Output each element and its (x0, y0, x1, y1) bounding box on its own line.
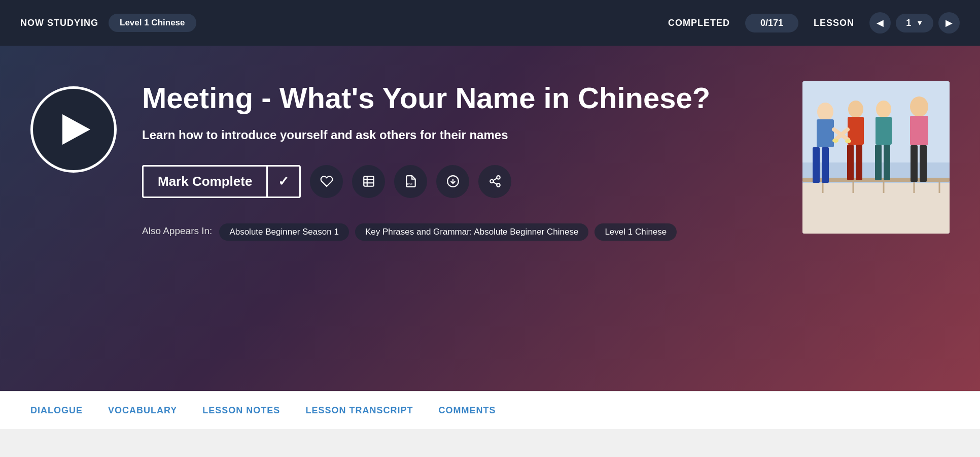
svg-text:PDF: PDF (407, 183, 413, 186)
svg-rect-24 (822, 147, 829, 183)
svg-point-39 (845, 139, 851, 143)
play-button[interactable] (30, 86, 117, 173)
tag-badge-1[interactable]: Key Phrases and Grammar: Absolute Beginn… (355, 223, 589, 241)
svg-rect-32 (884, 145, 890, 180)
svg-point-9 (497, 184, 500, 187)
top-navigation-bar: NOW STUDYING Level 1 Chinese COMPLETED 0… (0, 0, 980, 46)
svg-rect-31 (875, 145, 882, 180)
now-studying-label: NOW STUDYING (20, 18, 98, 28)
hero-actions: Mark Complete ✓ PDF (142, 165, 777, 198)
notes-button[interactable] (352, 165, 385, 198)
svg-rect-36 (920, 145, 927, 182)
svg-rect-23 (813, 147, 820, 183)
svg-rect-14 (802, 183, 950, 234)
tabs-bar: DIALOGUE VOCABULARY LESSON NOTES LESSON … (0, 391, 980, 429)
svg-rect-30 (876, 117, 892, 145)
tab-vocabulary[interactable]: VOCABULARY (108, 401, 177, 420)
svg-rect-28 (856, 145, 862, 180)
tag-badge-0[interactable]: Absolute Beginner Season 1 (219, 223, 349, 241)
lesson-title: Meeting - What's Your Name in Chinese? (142, 81, 777, 115)
tab-lesson-notes[interactable]: LESSON NOTES (202, 401, 280, 420)
also-appears-section: Also Appears In: Absolute Beginner Seaso… (142, 223, 777, 241)
also-appears-label: Also Appears In: (142, 223, 212, 237)
svg-point-25 (848, 101, 863, 118)
completed-count: 0/171 (745, 14, 798, 32)
svg-line-11 (493, 178, 497, 180)
tab-comments[interactable]: COMMENTS (438, 401, 496, 420)
lesson-label: LESSON (814, 18, 854, 28)
share-button[interactable] (478, 165, 511, 198)
hero-content: Meeting - What's Your Name in Chinese? L… (30, 76, 950, 366)
favorite-button[interactable] (310, 165, 343, 198)
completed-label: COMPLETED (668, 18, 730, 28)
lesson-number-dropdown[interactable]: 1 ▼ (896, 14, 933, 32)
svg-rect-22 (817, 119, 834, 147)
now-studying-badge: Level 1 Chinese (109, 14, 196, 32)
mark-complete-label: Mark Complete (144, 167, 266, 197)
tab-dialogue[interactable]: DIALOGUE (30, 401, 83, 420)
chevron-down-icon: ▼ (916, 19, 923, 27)
svg-point-40 (832, 139, 838, 143)
lesson-number: 1 (906, 18, 911, 28)
svg-rect-27 (847, 145, 854, 180)
next-lesson-button[interactable]: ▶ (938, 12, 960, 34)
svg-point-33 (910, 96, 928, 117)
now-studying-section: NOW STUDYING Level 1 Chinese (20, 14, 196, 32)
hero-text: Meeting - What's Your Name in Chinese? L… (142, 76, 777, 241)
svg-point-7 (497, 176, 500, 179)
svg-rect-0 (364, 176, 374, 186)
svg-point-21 (817, 103, 833, 121)
lesson-controls: COMPLETED 0/171 LESSON ◀ 1 ▼ ▶ (668, 12, 960, 34)
tag-badges-container: Absolute Beginner Season 1 Key Phrases a… (219, 223, 677, 241)
play-button-wrapper (30, 86, 117, 173)
lesson-subtitle: Learn how to introduce yourself and ask … (142, 128, 777, 142)
mark-complete-button[interactable]: Mark Complete ✓ (142, 165, 301, 198)
svg-point-8 (490, 180, 494, 183)
svg-point-29 (876, 101, 891, 118)
prev-lesson-button[interactable]: ◀ (869, 12, 891, 34)
svg-line-10 (493, 182, 497, 184)
pdf-button[interactable]: PDF (394, 165, 427, 198)
download-button[interactable] (436, 165, 469, 198)
hero-section: Meeting - What's Your Name in Chinese? L… (0, 46, 980, 391)
lesson-navigation: ◀ 1 ▼ ▶ (869, 12, 960, 34)
svg-rect-34 (910, 116, 928, 145)
lesson-image (802, 81, 950, 234)
check-icon: ✓ (266, 167, 299, 197)
tab-lesson-transcript[interactable]: LESSON TRANSCRIPT (305, 401, 413, 420)
tag-badge-2[interactable]: Level 1 Chinese (594, 223, 677, 241)
play-icon (62, 114, 90, 145)
svg-rect-35 (911, 145, 918, 182)
